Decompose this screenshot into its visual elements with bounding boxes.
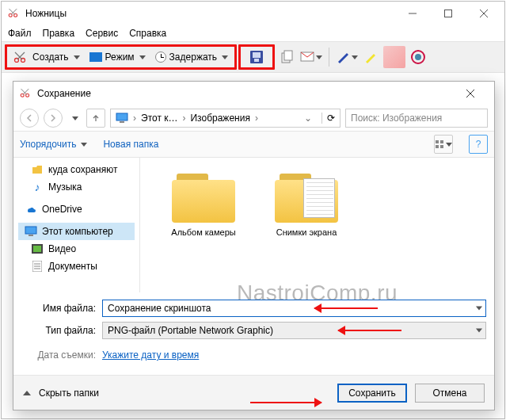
floppy-icon — [250, 51, 263, 63]
chevron-down-icon — [72, 116, 78, 120]
help-button[interactable]: ? — [469, 135, 488, 154]
organize-button[interactable]: Упорядочить — [20, 139, 87, 150]
eraser-icon — [383, 46, 405, 68]
dialog-title: Сохранение — [37, 88, 91, 99]
save-dialog: Сохранение › Этот к… › Изображения › ⌄ ⟳… — [13, 81, 495, 410]
breadcrumb[interactable]: › Этот к… › Изображения › ⌄ ⟳ — [110, 109, 341, 128]
svg-rect-24 — [29, 235, 33, 236]
pc-icon — [116, 113, 128, 124]
menu-help[interactable]: Справка — [129, 28, 166, 39]
file-view: Альбом камеры Снимки экрана NastrojComp.… — [140, 158, 494, 292]
dropdown-icon — [81, 143, 87, 147]
nav-item[interactable]: куда сохраняют — [18, 161, 135, 178]
scissors-icon — [13, 52, 29, 63]
chevron-down-icon[interactable]: ⌄ — [299, 113, 317, 124]
pen-button[interactable] — [336, 46, 358, 68]
svg-rect-3 — [444, 10, 451, 17]
chevron-up-icon — [23, 391, 31, 395]
new-folder-button[interactable]: Новая папка — [103, 139, 158, 150]
delay-button[interactable]: Задержать — [152, 50, 231, 64]
svg-rect-26 — [33, 246, 41, 252]
folder-icon — [31, 163, 44, 176]
nav-item[interactable]: Документы — [18, 258, 135, 275]
nav-recent-button[interactable] — [67, 109, 82, 128]
clock-icon — [155, 52, 166, 63]
separator — [329, 48, 329, 67]
nav-item[interactable]: OneDrive — [18, 200, 135, 218]
breadcrumb-folder[interactable]: Изображения — [190, 113, 249, 124]
date-link[interactable]: Укажите дату и время — [102, 349, 199, 361]
highlighter-button[interactable] — [360, 46, 382, 68]
close-button[interactable] — [466, 2, 501, 25]
create-button[interactable]: Создать — [10, 50, 83, 64]
date-label: Дата съемки: — [21, 349, 96, 361]
mail-button[interactable] — [300, 46, 322, 68]
save-button[interactable] — [245, 46, 268, 68]
eraser-button[interactable] — [383, 46, 405, 68]
svg-point-12 — [415, 54, 421, 60]
svg-rect-19 — [436, 140, 439, 143]
dropdown-icon — [74, 55, 80, 59]
filetype-label: Тип файла: — [21, 325, 96, 336]
annotation-arrow — [250, 402, 321, 403]
svg-rect-23 — [25, 227, 36, 234]
filename-input[interactable]: Сохранение скриншота — [102, 300, 486, 317]
folder-icon — [275, 174, 338, 223]
onedrive-icon — [25, 203, 37, 216]
svg-rect-18 — [120, 121, 124, 123]
breadcrumb-root[interactable]: Этот к… — [141, 113, 177, 124]
svg-rect-21 — [436, 145, 439, 148]
dropdown-icon[interactable] — [476, 329, 482, 333]
filename-label: Имя файла: — [21, 303, 96, 314]
folder-icon — [172, 174, 235, 223]
music-icon: ♪ — [31, 181, 44, 193]
dropdown-icon — [222, 55, 228, 59]
menu-service[interactable]: Сервис — [86, 28, 118, 39]
scissors-icon — [20, 87, 32, 101]
menu-edit[interactable]: Правка — [43, 28, 75, 39]
dropdown-icon — [139, 55, 146, 59]
nav-tree: куда сохраняют ♪Музыка OneDrive Этот ком… — [13, 158, 140, 292]
mode-icon — [89, 52, 102, 62]
svg-rect-22 — [440, 145, 443, 148]
menu-file[interactable]: Файл — [8, 28, 32, 39]
dropdown-icon — [316, 55, 322, 59]
dropdown-icon — [352, 55, 358, 59]
minimize-button[interactable] — [394, 2, 430, 25]
nav-item[interactable]: ♪Музыка — [18, 178, 135, 196]
video-icon — [31, 242, 44, 255]
nav-up-button[interactable] — [86, 109, 105, 128]
cancel-button[interactable]: Отмена — [415, 384, 485, 403]
toolbar-highlight-group-1: Создать Режим Задержать — [5, 44, 237, 70]
hide-folders-button[interactable]: Скрыть папки — [39, 388, 99, 399]
color-button[interactable] — [407, 46, 429, 68]
annotation-arrow — [314, 307, 378, 309]
folder-item[interactable]: Снимки экрана — [267, 174, 346, 292]
nav-back-button[interactable] — [20, 109, 39, 128]
view-button[interactable] — [434, 135, 453, 154]
refresh-icon[interactable]: ⟳ — [321, 113, 340, 124]
svg-rect-9 — [284, 51, 292, 60]
app-title: Ножницы — [25, 8, 67, 19]
scissors-icon — [8, 7, 21, 20]
mode-button[interactable]: Режим — [86, 50, 149, 64]
save-button[interactable]: Сохранить — [337, 384, 407, 403]
pc-icon — [25, 225, 37, 238]
toolbar-highlight-group-2 — [238, 44, 275, 70]
dialog-close-button[interactable] — [452, 82, 488, 105]
annotation-arrow — [338, 330, 401, 331]
maximize-button[interactable] — [430, 2, 466, 25]
nav-forward-button[interactable] — [44, 109, 63, 128]
nav-item-selected[interactable]: Этот компьютер — [18, 223, 135, 240]
copy-button[interactable] — [276, 46, 299, 68]
svg-rect-20 — [440, 140, 443, 143]
dropdown-icon[interactable] — [476, 307, 482, 311]
svg-rect-17 — [116, 113, 127, 120]
dropdown-icon — [446, 143, 452, 147]
filetype-select[interactable]: PNG-файл (Portable Network Graphic) — [102, 322, 486, 339]
search-input[interactable]: Поиск: Изображения — [345, 109, 488, 128]
folder-item[interactable]: Альбом камеры — [164, 174, 243, 292]
docs-icon — [31, 260, 44, 273]
nav-item[interactable]: Видео — [18, 240, 135, 258]
